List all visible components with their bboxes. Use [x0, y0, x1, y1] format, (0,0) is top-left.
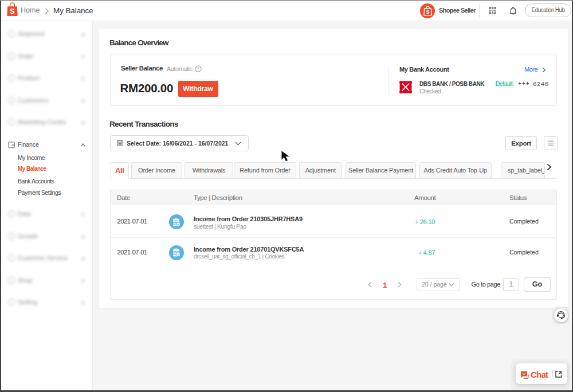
- svg-text:S: S: [426, 9, 429, 15]
- svg-text:S: S: [10, 7, 14, 15]
